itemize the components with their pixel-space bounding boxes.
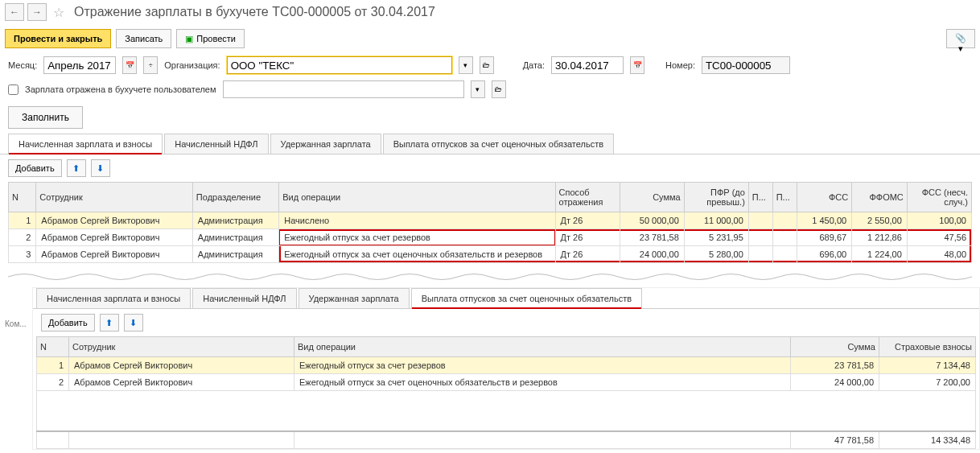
org-label: Организация: bbox=[164, 60, 220, 70]
post-label: Провести bbox=[196, 34, 236, 43]
torn-separator bbox=[8, 270, 972, 284]
form-row-1: Месяц: 📅 ÷ Организация: ▾ 🗁 Дата: 📅 Номе… bbox=[0, 53, 980, 77]
cell-sum: 24 000,00 bbox=[620, 246, 684, 263]
document-title: Отражение зарплаты в бухучете ТС00-00000… bbox=[74, 5, 435, 19]
org-input[interactable] bbox=[227, 56, 452, 74]
cell-n: 2 bbox=[37, 374, 69, 391]
table-row[interactable]: 2 Абрамов Сергей Викторович Администраци… bbox=[9, 229, 972, 246]
col-refl[interactable]: Способ отражения bbox=[555, 183, 620, 212]
tab2-withheld[interactable]: Удержанная зарплата bbox=[299, 288, 410, 308]
col2-op[interactable]: Вид операции bbox=[294, 337, 791, 357]
col-op[interactable]: Вид операции bbox=[279, 183, 555, 212]
back-button[interactable]: ← bbox=[5, 3, 24, 21]
move-up-button-2[interactable]: ⬆ bbox=[100, 314, 119, 332]
post-button[interactable]: ▣ Провести bbox=[176, 29, 245, 48]
cell-ffoms: 1 212,86 bbox=[852, 229, 908, 246]
tab-vacation-pay[interactable]: Выплата отпусков за счет оценочных обяза… bbox=[383, 134, 614, 154]
attach-button[interactable]: 📎▾ bbox=[946, 29, 975, 48]
move-down-button-2[interactable]: ⬇ bbox=[124, 314, 143, 332]
col2-sum[interactable]: Сумма bbox=[791, 337, 879, 357]
move-down-button[interactable]: ⬇ bbox=[91, 159, 110, 177]
col2-n[interactable]: N bbox=[37, 337, 69, 357]
cell-p1 bbox=[748, 229, 772, 246]
cell-dept: Администрация bbox=[192, 212, 278, 229]
month-calendar-button[interactable]: 📅 bbox=[122, 56, 137, 74]
table-row[interactable]: 1 Абрамов Сергей Викторович Администраци… bbox=[9, 212, 972, 229]
cell-emp: Абрамов Сергей Викторович bbox=[36, 229, 193, 246]
col2-emp[interactable]: Сотрудник bbox=[69, 337, 294, 357]
post-close-button[interactable]: Провести и закрыть bbox=[5, 29, 111, 48]
actions-row: Провести и закрыть Записать ▣ Провести 📎… bbox=[0, 24, 980, 53]
month-stepper-button[interactable]: ÷ bbox=[143, 56, 158, 74]
cell-sum: 23 781,58 bbox=[620, 229, 684, 246]
tab-salary-contrib[interactable]: Начисленная зарплата и взносы bbox=[8, 134, 163, 154]
tab-ndfl[interactable]: Начисленный НДФЛ bbox=[164, 134, 268, 154]
cell-dept: Администрация bbox=[192, 229, 278, 246]
save-button[interactable]: Записать bbox=[116, 29, 171, 48]
user-dropdown-button[interactable]: ▾ bbox=[471, 80, 485, 98]
user-open-button[interactable]: 🗁 bbox=[492, 80, 506, 98]
cell-pfr: 11 000,00 bbox=[684, 212, 748, 229]
fill-button[interactable]: Заполнить bbox=[8, 106, 83, 129]
cell-ffoms: 1 224,00 bbox=[852, 246, 908, 263]
add-row-button[interactable]: Добавить bbox=[8, 159, 62, 177]
table-salary: N Сотрудник Подразделение Вид операции С… bbox=[8, 182, 972, 263]
col-ffoms[interactable]: ФФОМС bbox=[852, 183, 908, 212]
user-reflected-checkbox[interactable] bbox=[8, 84, 19, 95]
col-sum[interactable]: Сумма bbox=[620, 183, 684, 212]
col-fss[interactable]: ФСС bbox=[797, 183, 852, 212]
cell-n: 1 bbox=[9, 212, 36, 229]
tab2-vacation[interactable]: Выплата отпусков за счет оценочных обяза… bbox=[411, 288, 642, 308]
side-label: Ком... bbox=[5, 319, 27, 328]
cell-ins: 7 134,48 bbox=[879, 357, 976, 374]
col-dept[interactable]: Подразделение bbox=[192, 183, 278, 212]
forward-button[interactable]: → bbox=[27, 3, 47, 21]
org-dropdown-button[interactable]: ▾ bbox=[459, 56, 473, 74]
cell-op: Ежегодный отпуск за счет оценочных обяза… bbox=[294, 374, 791, 391]
cell-p1 bbox=[748, 246, 772, 263]
cell-op: Начислено bbox=[279, 212, 555, 229]
star-icon[interactable]: ☆ bbox=[53, 5, 64, 20]
cell-fss: 689,67 bbox=[797, 229, 852, 246]
date-calendar-button[interactable]: 📅 bbox=[630, 56, 644, 74]
cell-p2 bbox=[772, 212, 797, 229]
col-fssn[interactable]: ФСС (несч. случ.) bbox=[907, 183, 971, 212]
tab-withheld[interactable]: Удержанная зарплата bbox=[270, 134, 381, 154]
cell-sum: 24 000,00 bbox=[791, 374, 879, 391]
col-p2[interactable]: П... bbox=[772, 183, 797, 212]
table-vacation: N Сотрудник Вид операции Сумма Страховые… bbox=[36, 336, 976, 449]
month-label: Месяц: bbox=[8, 60, 37, 70]
tabs-1: Начисленная зарплата и взносы Начисленны… bbox=[0, 134, 980, 154]
month-input[interactable] bbox=[43, 56, 116, 74]
add-row-button-2[interactable]: Добавить bbox=[41, 314, 95, 332]
col-n[interactable]: N bbox=[9, 183, 36, 212]
tab2-ndfl[interactable]: Начисленный НДФЛ bbox=[192, 288, 296, 308]
cell-emp: Абрамов Сергей Викторович bbox=[69, 357, 294, 374]
date-input[interactable] bbox=[551, 56, 624, 74]
move-up-button[interactable]: ⬆ bbox=[67, 159, 86, 177]
col-employee[interactable]: Сотрудник bbox=[36, 183, 193, 212]
cell-refl: Дт 26 bbox=[555, 229, 620, 246]
table-row[interactable]: 3 Абрамов Сергей Викторович Администраци… bbox=[9, 246, 972, 263]
cell-emp: Абрамов Сергей Викторович bbox=[36, 212, 193, 229]
table2-toolbar: Добавить ⬆ ⬇ bbox=[33, 309, 979, 336]
tab2-salary[interactable]: Начисленная зарплата и взносы bbox=[36, 288, 191, 308]
user-dropdown[interactable] bbox=[223, 80, 464, 98]
tabs-2: Начисленная зарплата и взносы Начисленны… bbox=[33, 288, 979, 309]
table2-row[interactable]: 2 Абрамов Сергей Викторович Ежегодный от… bbox=[37, 374, 976, 391]
table2-totals: 47 781,58 14 334,48 bbox=[37, 431, 976, 449]
table2-row[interactable]: 1 Абрамов Сергей Викторович Ежегодный от… bbox=[37, 357, 976, 374]
panel-2: Начисленная зарплата и взносы Начисленны… bbox=[32, 287, 980, 450]
col-pfr[interactable]: ПФР (до превыш.) bbox=[684, 183, 748, 212]
cell-emp: Абрамов Сергей Викторович bbox=[36, 246, 193, 263]
cell-op: Ежегодный отпуск за счет резервов bbox=[294, 357, 791, 374]
form-row-2: Зарплата отражена в бухучете пользовател… bbox=[0, 77, 980, 101]
number-input[interactable] bbox=[702, 56, 790, 74]
col2-ins[interactable]: Страховые взносы bbox=[879, 337, 976, 357]
nav-toolbar: ← → ☆ Отражение зарплаты в бухучете ТС00… bbox=[0, 0, 980, 24]
cell-fssn: 100,00 bbox=[907, 212, 971, 229]
user-reflected-label: Зарплата отражена в бухучете пользовател… bbox=[25, 84, 216, 94]
col-p1[interactable]: П... bbox=[748, 183, 772, 212]
org-open-button[interactable]: 🗁 bbox=[480, 56, 494, 74]
number-label: Номер: bbox=[665, 60, 695, 70]
